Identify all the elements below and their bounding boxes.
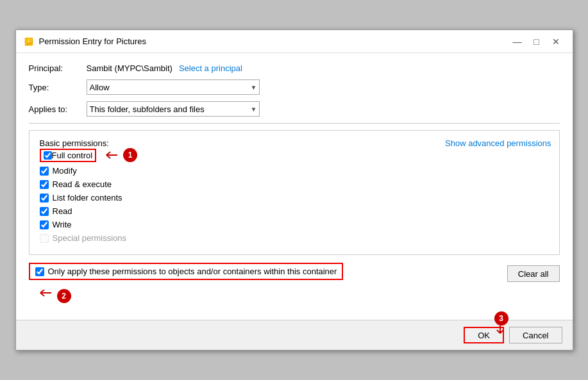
title-bar-controls: — □ ✕ xyxy=(508,35,565,49)
applies-to-select-wrapper: This folder, subfolders and files ▼ xyxy=(87,101,260,117)
permission-list-folder-row: List folder contents xyxy=(40,193,549,202)
svg-text:🔑: 🔑 xyxy=(25,38,33,46)
special-permissions-label: Special permissions xyxy=(53,233,127,243)
permission-special-row: Special permissions xyxy=(40,233,549,243)
read-checkbox[interactable] xyxy=(40,207,49,216)
permission-read-row: Read xyxy=(40,206,549,216)
window-icon: 🔑 xyxy=(24,37,34,47)
permissions-section-label: Basic permissions: xyxy=(40,138,109,148)
applies-to-row: Applies to: This folder, subfolders and … xyxy=(29,101,560,117)
arrow-1-icon xyxy=(101,149,121,161)
permission-read-execute-row: Read & execute xyxy=(40,179,549,189)
only-apply-row: Only apply these permissions to objects … xyxy=(29,263,560,303)
principal-row: Principal: Sambit (MYPC\Sambit) Select a… xyxy=(29,63,560,73)
maximize-button[interactable]: □ xyxy=(528,35,546,49)
badge-2-area: 2 xyxy=(35,289,344,303)
only-apply-label[interactable]: Only apply these permissions to objects … xyxy=(48,267,337,276)
cancel-button[interactable]: Cancel xyxy=(509,327,562,343)
main-window: 🔑 Permission Entry for Pictures — □ ✕ Pr… xyxy=(15,29,573,351)
type-label: Type: xyxy=(29,83,87,92)
badge-2: 2 xyxy=(57,289,71,303)
clear-all-button[interactable]: Clear all xyxy=(507,265,560,282)
read-execute-checkbox[interactable] xyxy=(40,180,49,189)
read-execute-label[interactable]: Read & execute xyxy=(53,179,112,189)
list-folder-checkbox[interactable] xyxy=(40,194,49,202)
select-principal-link[interactable]: Select a principal xyxy=(179,63,242,73)
window-body: Principal: Sambit (MYPC\Sambit) Select a… xyxy=(16,53,573,320)
badge-1: 1 xyxy=(123,148,137,162)
principal-label: Principal: xyxy=(29,63,87,73)
footer-section: 3 OK Cancel xyxy=(16,320,573,350)
title-bar: 🔑 Permission Entry for Pictures — □ ✕ xyxy=(16,30,573,53)
badge-1-area: 1 xyxy=(101,148,137,162)
type-row: Type: Allow ▼ xyxy=(29,79,560,95)
arrow-3-icon xyxy=(494,326,507,335)
close-button[interactable]: ✕ xyxy=(547,35,565,49)
full-control-checkbox[interactable] xyxy=(44,151,52,160)
read-label[interactable]: Read xyxy=(53,206,72,216)
type-select[interactable]: Allow xyxy=(87,79,260,95)
applies-to-label: Applies to: xyxy=(29,104,87,114)
permission-full-control-row: Full control 1 xyxy=(40,148,549,162)
permission-write-row: Write xyxy=(40,220,549,229)
minimize-button[interactable]: — xyxy=(508,35,526,49)
principal-value: Sambit (MYPC\Sambit) xyxy=(87,63,172,73)
write-label[interactable]: Write xyxy=(53,220,72,229)
badge-3: 3 xyxy=(494,311,508,326)
permissions-section: Basic permissions: Show advanced permiss… xyxy=(29,130,560,255)
divider-1 xyxy=(29,123,560,124)
applies-to-select[interactable]: This folder, subfolders and files xyxy=(87,101,260,117)
badge-3-area: 3 xyxy=(492,311,508,335)
modify-label[interactable]: Modify xyxy=(53,166,77,176)
arrow-2-icon xyxy=(35,290,55,302)
only-apply-checkbox[interactable] xyxy=(35,267,44,276)
only-apply-section: Only apply these permissions to objects … xyxy=(29,263,344,280)
type-select-wrapper: Allow ▼ xyxy=(87,79,260,95)
full-control-highlight: Full control xyxy=(40,149,97,162)
permission-modify-row: Modify xyxy=(40,166,549,176)
window-title: Permission Entry for Pictures xyxy=(39,37,508,46)
show-advanced-link[interactable]: Show advanced permissions xyxy=(445,138,551,148)
full-control-label[interactable]: Full control xyxy=(52,151,93,160)
write-checkbox[interactable] xyxy=(40,220,49,229)
special-permissions-checkbox xyxy=(40,234,49,243)
modify-checkbox[interactable] xyxy=(40,167,49,176)
list-folder-label[interactable]: List folder contents xyxy=(53,193,122,202)
